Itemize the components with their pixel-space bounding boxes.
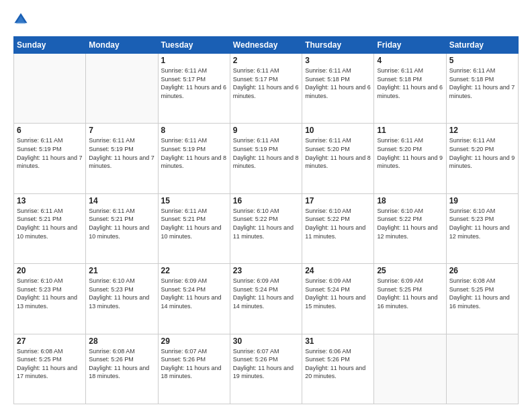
day-number: 14 [89,196,154,205]
day-number: 28 [89,336,154,346]
day-info: Sunrise: 6:10 AM Sunset: 5:23 PM Dayligh… [17,277,83,310]
weekday-header: Thursday [302,37,374,54]
calendar-header-row: SundayMondayTuesdayWednesdayThursdayFrid… [14,37,519,54]
day-number: 6 [17,126,83,135]
calendar-cell: 14Sunrise: 6:11 AM Sunset: 5:21 PM Dayli… [86,193,158,263]
day-number: 5 [449,56,515,65]
day-number: 17 [305,196,371,205]
day-number: 8 [161,126,227,135]
calendar-week-row: 1Sunrise: 6:11 AM Sunset: 5:17 PM Daylig… [14,54,519,124]
day-number: 24 [305,266,371,275]
calendar-week-row: 27Sunrise: 6:08 AM Sunset: 5:25 PM Dayli… [14,334,519,404]
day-info: Sunrise: 6:11 AM Sunset: 5:20 PM Dayligh… [377,136,443,170]
day-number: 1 [161,56,227,65]
day-info: Sunrise: 6:07 AM Sunset: 5:26 PM Dayligh… [161,347,227,381]
day-info: Sunrise: 6:11 AM Sunset: 5:21 PM Dayligh… [17,207,83,240]
calendar-cell: 8Sunrise: 6:11 AM Sunset: 5:19 PM Daylig… [158,124,230,193]
calendar-cell: 22Sunrise: 6:09 AM Sunset: 5:24 PM Dayli… [158,264,230,334]
day-info: Sunrise: 6:11 AM Sunset: 5:20 PM Dayligh… [449,136,515,170]
calendar-cell: 23Sunrise: 6:09 AM Sunset: 5:24 PM Dayli… [230,264,302,334]
calendar-cell: 11Sunrise: 6:11 AM Sunset: 5:20 PM Dayli… [374,124,446,193]
day-number: 3 [305,56,371,65]
day-info: Sunrise: 6:08 AM Sunset: 5:25 PM Dayligh… [449,277,515,310]
weekday-header: Wednesday [230,37,302,54]
day-number: 20 [17,266,83,275]
day-info: Sunrise: 6:10 AM Sunset: 5:22 PM Dayligh… [377,207,443,240]
day-number: 26 [449,266,515,275]
day-info: Sunrise: 6:08 AM Sunset: 5:26 PM Dayligh… [89,347,154,381]
day-number: 16 [233,196,299,205]
day-info: Sunrise: 6:11 AM Sunset: 5:18 PM Dayligh… [449,66,515,100]
calendar-cell [14,54,86,124]
day-number: 9 [233,126,299,135]
day-number: 15 [161,196,227,205]
day-info: Sunrise: 6:11 AM Sunset: 5:19 PM Dayligh… [161,136,227,170]
day-info: Sunrise: 6:10 AM Sunset: 5:23 PM Dayligh… [89,277,154,310]
day-number: 18 [377,196,443,205]
calendar-week-row: 6Sunrise: 6:11 AM Sunset: 5:19 PM Daylig… [14,124,519,193]
day-info: Sunrise: 6:11 AM Sunset: 5:21 PM Dayligh… [89,207,154,240]
calendar-cell: 30Sunrise: 6:07 AM Sunset: 5:26 PM Dayli… [230,334,302,404]
calendar-cell: 21Sunrise: 6:10 AM Sunset: 5:23 PM Dayli… [86,264,158,334]
day-number: 11 [377,126,443,135]
day-info: Sunrise: 6:08 AM Sunset: 5:25 PM Dayligh… [17,347,83,381]
day-info: Sunrise: 6:11 AM Sunset: 5:17 PM Dayligh… [233,66,299,100]
calendar-cell: 28Sunrise: 6:08 AM Sunset: 5:26 PM Dayli… [86,334,158,404]
day-number: 12 [449,126,515,135]
day-number: 29 [161,336,227,346]
weekday-header: Tuesday [158,37,230,54]
calendar-body: 1Sunrise: 6:11 AM Sunset: 5:17 PM Daylig… [14,54,519,404]
day-info: Sunrise: 6:11 AM Sunset: 5:17 PM Dayligh… [161,66,227,100]
day-number: 23 [233,266,299,275]
calendar-cell: 10Sunrise: 6:11 AM Sunset: 5:20 PM Dayli… [302,124,374,193]
day-number: 22 [161,266,227,275]
day-info: Sunrise: 6:06 AM Sunset: 5:26 PM Dayligh… [305,347,371,381]
calendar-cell: 29Sunrise: 6:07 AM Sunset: 5:26 PM Dayli… [158,334,230,404]
calendar-cell: 4Sunrise: 6:11 AM Sunset: 5:18 PM Daylig… [374,54,446,124]
day-info: Sunrise: 6:10 AM Sunset: 5:22 PM Dayligh… [305,207,371,240]
day-number: 10 [305,126,371,135]
day-number: 7 [89,126,154,135]
day-info: Sunrise: 6:10 AM Sunset: 5:23 PM Dayligh… [449,207,515,240]
calendar-cell: 31Sunrise: 6:06 AM Sunset: 5:26 PM Dayli… [302,334,374,404]
day-number: 21 [89,266,154,275]
calendar-cell: 16Sunrise: 6:10 AM Sunset: 5:22 PM Dayli… [230,193,302,263]
calendar-cell: 5Sunrise: 6:11 AM Sunset: 5:18 PM Daylig… [446,54,518,124]
page: SundayMondayTuesdayWednesdayThursdayFrid… [0,0,532,411]
day-info: Sunrise: 6:11 AM Sunset: 5:18 PM Dayligh… [377,66,443,100]
day-number: 31 [305,336,371,346]
calendar-cell: 26Sunrise: 6:08 AM Sunset: 5:25 PM Dayli… [446,264,518,334]
day-number: 13 [17,196,83,205]
day-number: 25 [377,266,443,275]
day-number: 30 [233,336,299,346]
calendar-cell: 9Sunrise: 6:11 AM Sunset: 5:19 PM Daylig… [230,124,302,193]
day-number: 4 [377,56,443,65]
day-number: 19 [449,196,515,205]
day-number: 27 [17,336,83,346]
calendar-cell: 19Sunrise: 6:10 AM Sunset: 5:23 PM Dayli… [446,193,518,263]
day-info: Sunrise: 6:11 AM Sunset: 5:18 PM Dayligh… [305,66,371,100]
calendar-cell [86,54,158,124]
weekday-header: Sunday [14,37,86,54]
calendar-cell: 20Sunrise: 6:10 AM Sunset: 5:23 PM Dayli… [14,264,86,334]
calendar-cell: 7Sunrise: 6:11 AM Sunset: 5:19 PM Daylig… [86,124,158,193]
calendar-table: SundayMondayTuesdayWednesdayThursdayFrid… [13,36,519,404]
day-info: Sunrise: 6:09 AM Sunset: 5:24 PM Dayligh… [161,277,227,310]
day-info: Sunrise: 6:11 AM Sunset: 5:20 PM Dayligh… [305,136,371,170]
calendar-cell [446,334,518,404]
calendar-cell: 6Sunrise: 6:11 AM Sunset: 5:19 PM Daylig… [14,124,86,193]
weekday-header: Friday [374,37,446,54]
day-info: Sunrise: 6:09 AM Sunset: 5:25 PM Dayligh… [377,277,443,310]
day-info: Sunrise: 6:09 AM Sunset: 5:24 PM Dayligh… [305,277,371,310]
day-info: Sunrise: 6:07 AM Sunset: 5:26 PM Dayligh… [233,347,299,381]
calendar-week-row: 20Sunrise: 6:10 AM Sunset: 5:23 PM Dayli… [14,264,519,334]
header [13,12,519,30]
calendar-cell: 24Sunrise: 6:09 AM Sunset: 5:24 PM Dayli… [302,264,374,334]
day-info: Sunrise: 6:10 AM Sunset: 5:22 PM Dayligh… [233,207,299,240]
calendar-cell: 3Sunrise: 6:11 AM Sunset: 5:18 PM Daylig… [302,54,374,124]
day-info: Sunrise: 6:11 AM Sunset: 5:21 PM Dayligh… [161,207,227,240]
calendar-cell: 15Sunrise: 6:11 AM Sunset: 5:21 PM Dayli… [158,193,230,263]
calendar-cell: 1Sunrise: 6:11 AM Sunset: 5:17 PM Daylig… [158,54,230,124]
calendar-cell: 27Sunrise: 6:08 AM Sunset: 5:25 PM Dayli… [14,334,86,404]
calendar-cell: 12Sunrise: 6:11 AM Sunset: 5:20 PM Dayli… [446,124,518,193]
